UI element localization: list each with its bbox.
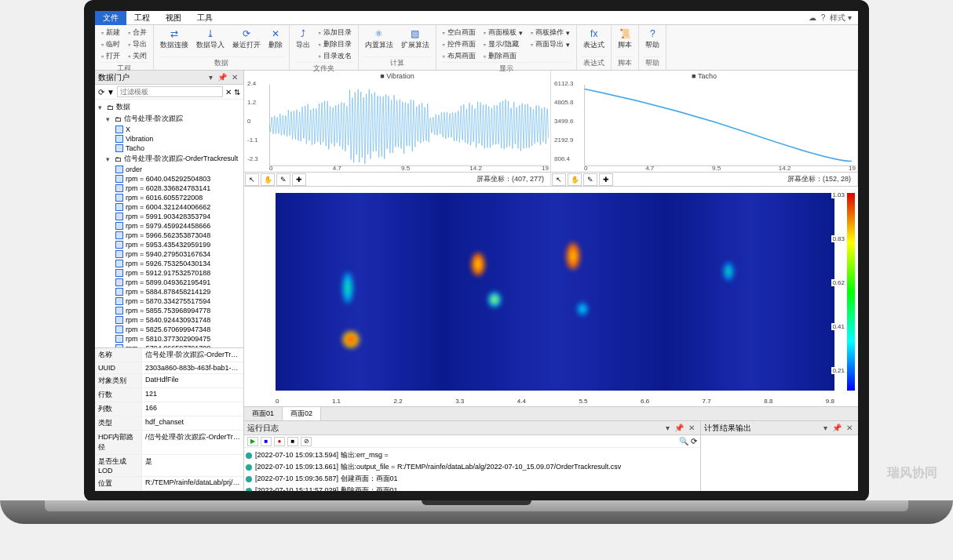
ribbon-screen-template[interactable]: ▫ 画面模板 ▾ [482,27,524,38]
ribbon-script[interactable]: 📜脚本 [616,27,634,56]
tree-node-rpm[interactable]: rpm = 6016.6055722008 [97,193,242,202]
ribbon-control-screen[interactable]: ▫ 控件画面 [441,38,477,50]
ribbon-help[interactable]: ?帮助 [644,27,661,56]
tree-node-rpm[interactable]: rpm = 5940.279503167634 [97,249,242,259]
tree-node-rpm[interactable]: rpm = 5953.435432959199 [97,240,242,249]
tree-node-tacho[interactable]: Tacho [97,144,242,153]
tree-node-rpm[interactable]: rpm = 5991.903428353794 [97,212,242,221]
panel-pin-icon[interactable]: 📌 [672,424,686,432]
property-row: 行数121 [95,388,243,402]
spectrogram-chart[interactable]: 1.03 0.83 0.62 0.41 0.21 01.12.23.34.45.… [244,187,858,406]
tree-node-rpm[interactable]: rpm = 5912.917532570188 [97,268,242,278]
log-stop[interactable]: ■ [261,437,272,446]
menu-tab-view[interactable]: 视图 [158,11,189,25]
log-entry: [2022-07-10 15:09:36.587] 创建画面：画面01 [246,473,699,485]
ribbon-rename-dir[interactable]: ▫ 目录改名 [316,50,352,62]
ribbon-del-dir[interactable]: ▫ 删除目录 [316,38,352,50]
ribbon-new[interactable]: ▫ 新建 [100,27,122,38]
panel-dropdown-icon[interactable]: ▾ [821,424,830,432]
ribbon-builtin-algo[interactable]: ⚛内置算法 [363,27,395,56]
menu-tab-file[interactable]: 文件 [95,11,126,25]
ribbon-recent-open[interactable]: ⟳最近打开 [231,27,262,56]
hand-tool[interactable]: ✋ [261,173,275,186]
panel-close-icon[interactable]: ✕ [229,73,240,82]
tree-node-rpm[interactable]: rpm = 5855.753968994778 [97,306,242,315]
tree-node-rpm[interactable]: rpm = 6028.336824783141 [97,184,242,193]
tree-node-rpm[interactable]: rpm = 5979.459924458666 [97,221,242,231]
tree-node-rpm[interactable]: rpm = 6040.045292504803 [97,174,242,184]
property-row: HDF内部路径/信号处理-阶次跟踪-OrderTrackresult [95,431,243,455]
ribbon-show-hide[interactable]: ▫ 显示/隐藏 [482,38,524,50]
tab-screen02[interactable]: 画面02 [283,407,321,420]
menu-tab-tools[interactable]: 工具 [189,11,221,25]
log-stop2[interactable]: ■ [287,437,298,446]
ribbon-merge[interactable]: ▫ 合并 [126,27,148,38]
ribbon-open[interactable]: ▫ 打开 [100,50,122,62]
refresh-icon[interactable]: ⟳ [98,88,104,96]
cross-tool-2[interactable]: ✚ [599,173,613,186]
cursor-tool-2[interactable]: ↖ [552,173,566,186]
tree-node-rpm[interactable]: rpm = 5966.562353873048 [97,231,242,240]
tree-node-rpm[interactable]: rpm = 5926.753250430134 [97,259,242,268]
vibration-chart[interactable]: ■ Vibration 2.41.20-1.1-2.3 04.79.514.21… [244,71,551,172]
ribbon-data-import[interactable]: ⤓数据导入 [195,27,226,56]
tree-node-rpm[interactable]: rpm = 5810.377302909475 [97,334,242,344]
result-panel: 计算结果输出 ▾ 📌 ✕ [701,421,858,491]
filter-input[interactable] [117,86,223,97]
ribbon-del-screen[interactable]: ▫ 删除画面 [482,50,524,62]
tree-node-result[interactable]: ▾🗀 信号处理-阶次跟踪-OrderTrackresult [97,153,242,165]
ribbon-screen-export[interactable]: ▫ 画面导出 ▾ [529,38,571,50]
tree-node-rpm[interactable]: rpm = 5899.049362195491 [97,278,242,287]
ribbon-add-dir[interactable]: ▫ 添加目录 [316,27,352,38]
style-dropdown[interactable]: 样式 ▾ [830,13,852,24]
property-row: 名称信号处理-阶次跟踪-OrderTrackresult [95,348,243,362]
panel-dropdown-icon[interactable]: ▾ [663,424,672,432]
tree-node-x[interactable]: X [97,125,242,134]
panel-dropdown-icon[interactable]: ▾ [206,73,215,82]
ribbon-temp[interactable]: ▫ 临时 [100,38,122,50]
menubar: 文件 工程 视图 工具 ☁ ? 样式 ▾ [95,11,858,25]
log-play[interactable]: ▶ [247,437,258,446]
ribbon-expression[interactable]: fx表达式 [582,27,606,56]
tree-node-vibration[interactable]: Vibration [97,134,242,144]
panel-close-icon[interactable]: ✕ [844,424,855,432]
edit-tool-2[interactable]: ✎ [583,173,597,186]
search-icon[interactable]: 🔍 [679,437,688,445]
data-tree[interactable]: ▾🗀 数据 ▾🗀 信号处理-阶次跟踪 X Vibration Tacho ▾🗀 … [95,100,243,347]
edit-tool[interactable]: ✎ [276,173,290,186]
tacho-chart[interactable]: ■ Tacho 6112.34805.83499.62192.9806.4 04… [551,71,858,172]
ribbon-export[interactable]: ▫ 导出 [126,38,148,50]
sort-icon[interactable]: ⇅ [234,88,240,96]
tab-screen01[interactable]: 画面01 [244,407,283,420]
panel-pin-icon[interactable]: 📌 [830,424,844,432]
menu-tab-project[interactable]: 工程 [126,11,158,25]
clear-icon[interactable]: ✕ [225,88,232,96]
ribbon-close[interactable]: ▫ 关闭 [126,50,148,62]
ribbon-export2[interactable]: ⤴导出 [294,27,312,62]
tree-node-rpm[interactable]: rpm = 6004.321244006662 [97,202,242,212]
tree-node-signal[interactable]: ▾🗀 信号处理-阶次跟踪 [97,113,242,125]
ribbon-layout-screen[interactable]: ▫ 布局画面 [441,50,477,62]
tree-node-rpm[interactable]: rpm = 5870.334275517594 [97,296,242,306]
ribbon-board-ops[interactable]: ▫ 画板操作 ▾ [529,27,571,38]
tree-node-rpm[interactable]: rpm = 5884.878458214129 [97,287,242,296]
panel-close-icon[interactable]: ✕ [686,424,697,432]
panel-pin-icon[interactable]: 📌 [215,73,229,82]
ribbon-data-connect[interactable]: ⇄数据连接 [159,27,190,56]
ribbon-delete[interactable]: ✕删除 [267,27,284,56]
refresh-icon[interactable]: ⟳ [691,437,697,445]
log-title: 运行日志 [247,423,279,434]
tree-node-rpm[interactable]: rpm = 5840.924430931748 [97,315,242,325]
hand-tool-2[interactable]: ✋ [568,173,582,186]
tree-node-rpm[interactable]: rpm = 5825.670699947348 [97,325,242,334]
help-icon[interactable]: ? [821,13,826,22]
cloud-icon[interactable]: ☁ [809,13,816,22]
log-rec[interactable]: ● [274,437,285,446]
tree-root[interactable]: ▾🗀 数据 [97,101,242,113]
cross-tool[interactable]: ✚ [292,173,306,186]
cursor-tool[interactable]: ↖ [245,173,259,186]
log-clear[interactable]: ⊘ [301,437,312,446]
ribbon-ext-algo[interactable]: ▧扩展算法 [400,27,431,56]
ribbon-blank-screen[interactable]: ▫ 空白画面 [441,27,477,38]
tree-node-order[interactable]: order [97,165,242,174]
